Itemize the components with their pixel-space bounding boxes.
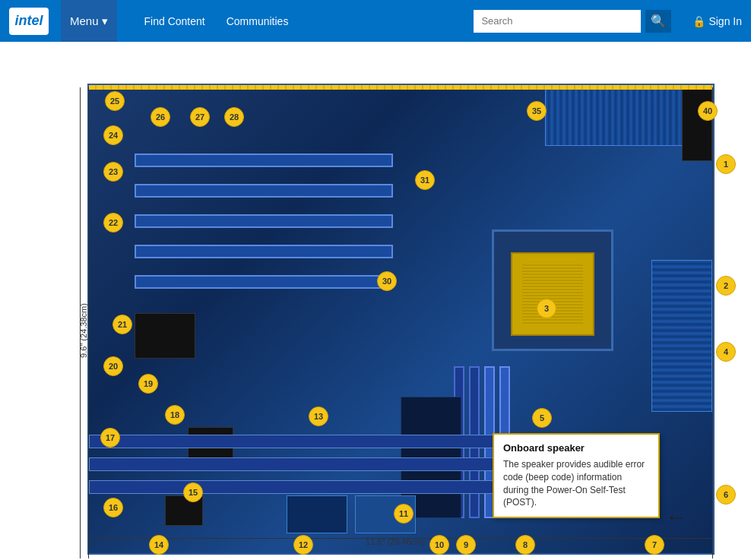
logo-area: intel xyxy=(9,8,49,35)
badge-2[interactable]: 2 xyxy=(716,276,736,296)
search-area: 🔍 xyxy=(474,10,671,33)
intel-logo[interactable]: intel xyxy=(9,8,49,35)
badge-4[interactable]: 4 xyxy=(716,342,736,362)
badge-8[interactable]: 8 xyxy=(515,535,535,555)
badge-11[interactable]: 11 xyxy=(394,504,414,524)
badge-19[interactable]: 19 xyxy=(138,374,158,394)
main-content: 9.6" (24.38cm) 11.6" (29.46cm) Onboard s… xyxy=(0,42,751,560)
arrow-indicator: ← xyxy=(665,505,686,530)
board-container: 9.6" (24.38cm) 11.6" (29.46cm) Onboard s… xyxy=(0,42,751,560)
badge-24[interactable]: 24 xyxy=(103,125,123,145)
badge-28[interactable]: 28 xyxy=(224,107,244,127)
badge-26[interactable]: 26 xyxy=(151,107,170,127)
badge-15[interactable]: 15 xyxy=(183,482,203,502)
horizontal-measurement: 11.6" (29.46cm) xyxy=(87,537,703,546)
find-content-link[interactable]: Find Content xyxy=(144,15,205,27)
vertical-measurement-text: 9.6" (24.38cm) xyxy=(79,303,88,358)
badge-30[interactable]: 30 xyxy=(377,271,397,291)
lock-icon: 🔒 xyxy=(692,15,705,27)
badge-31[interactable]: 31 xyxy=(415,170,435,190)
badge-9[interactable]: 9 xyxy=(456,535,476,555)
badge-13[interactable]: 13 xyxy=(309,407,328,426)
badge-21[interactable]: 21 xyxy=(112,315,132,334)
badge-6[interactable]: 6 xyxy=(716,485,736,505)
nav-links: Find Content Communities xyxy=(129,15,462,27)
search-icon: 🔍 xyxy=(651,14,666,28)
tooltip-text: The speaker provides audible error code … xyxy=(503,458,649,509)
menu-label: Menu xyxy=(70,14,99,27)
badge-14[interactable]: 14 xyxy=(149,535,169,555)
badge-10[interactable]: 10 xyxy=(429,535,449,555)
badge-5[interactable]: 5 xyxy=(532,408,552,428)
badge-17[interactable]: 17 xyxy=(100,428,120,448)
vertical-measurement: 9.6" (24.38cm) xyxy=(76,255,91,407)
menu-button[interactable]: Menu ▾ xyxy=(61,0,117,42)
badge-20[interactable]: 20 xyxy=(103,356,123,376)
badge-23[interactable]: 23 xyxy=(103,162,123,182)
badge-16[interactable]: 16 xyxy=(103,498,123,517)
tooltip-title: Onboard speaker xyxy=(503,442,649,454)
badge-18[interactable]: 18 xyxy=(165,405,185,425)
search-button[interactable]: 🔍 xyxy=(645,10,671,33)
badge-22[interactable]: 22 xyxy=(103,213,123,233)
badge-40[interactable]: 40 xyxy=(698,101,718,121)
header: intel Menu ▾ Find Content Communities 🔍 … xyxy=(0,0,751,42)
vertical-measure-right xyxy=(712,87,713,558)
badge-27[interactable]: 27 xyxy=(190,107,210,127)
sign-in-button[interactable]: 🔒 Sign In xyxy=(683,15,742,27)
menu-arrow: ▾ xyxy=(102,14,108,28)
horizontal-measurement-text: 11.6" (29.46cm) xyxy=(366,537,425,546)
badge-1[interactable]: 1 xyxy=(716,154,736,174)
badge-35[interactable]: 35 xyxy=(527,101,547,121)
badge-25[interactable]: 25 xyxy=(105,91,125,111)
badge-7[interactable]: 7 xyxy=(645,535,664,555)
badge-3[interactable]: 3 xyxy=(537,299,556,318)
badge-12[interactable]: 12 xyxy=(293,535,313,555)
search-input[interactable] xyxy=(474,10,641,33)
communities-link[interactable]: Communities xyxy=(227,15,289,27)
component-tooltip: Onboard speaker The speaker provides aud… xyxy=(493,433,660,518)
